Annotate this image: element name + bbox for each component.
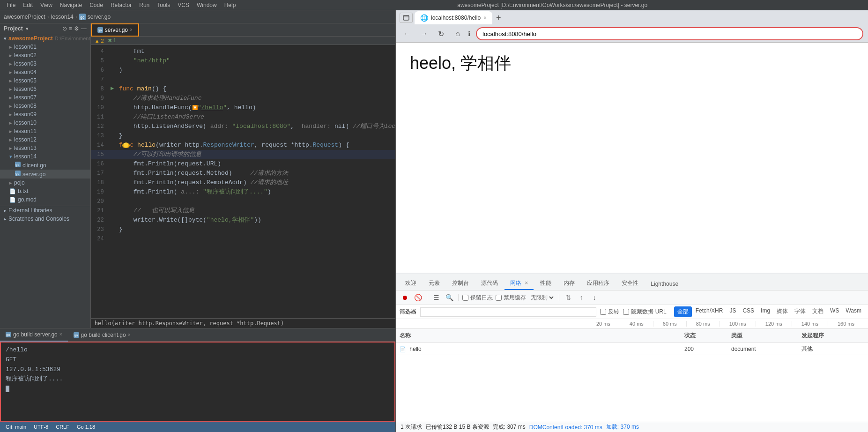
reverse-filter-checkbox[interactable] — [600, 309, 606, 315]
git-status[interactable]: Git: main — [6, 424, 26, 430]
console-tab-close-1[interactable]: × — [59, 332, 62, 337]
menu-navigate[interactable]: Navigate — [57, 2, 85, 8]
filter-font[interactable]: 字体 — [792, 306, 809, 317]
tree-item-server-go[interactable]: go server.go — [0, 170, 90, 179]
menu-window[interactable]: Window — [194, 2, 220, 8]
console-tab-client[interactable]: go go build clicent.go × — [68, 328, 136, 342]
network-tab-close[interactable]: × — [525, 280, 528, 286]
menu-edit[interactable]: Edit — [20, 2, 36, 8]
filter-media[interactable]: 媒体 — [774, 306, 791, 317]
dt-tab-elements[interactable]: 元素 — [423, 277, 445, 290]
menu-refactor[interactable]: Refactor — [108, 2, 134, 8]
dt-record-button[interactable]: ⏺ — [400, 292, 410, 303]
dt-tab-welcome[interactable]: 欢迎 — [400, 277, 422, 290]
network-row-hello[interactable]: 📄 hello 200 document 其他 — [396, 343, 868, 355]
browser-active-tab[interactable]: 🌐 localhost:8080/hello × — [415, 11, 492, 24]
tree-item-btxt[interactable]: 📄 b.txt — [0, 187, 90, 195]
refresh-button[interactable]: ↻ — [434, 27, 447, 40]
warning-count[interactable]: ▲ 2 — [95, 38, 104, 44]
filter-fetch-xhr[interactable]: Fetch/XHR — [693, 306, 726, 317]
dt-tab-network[interactable]: 网络 × — [504, 277, 534, 290]
menu-help[interactable]: Help — [222, 2, 239, 8]
tree-close-icon[interactable]: — — [81, 25, 87, 32]
tree-item-lesson12[interactable]: ▸ lesson12 — [0, 135, 90, 144]
filter-js[interactable]: JS — [727, 306, 739, 317]
dt-filter-button[interactable]: ☰ — [431, 292, 441, 303]
tree-item-lesson04[interactable]: ▸ lesson04 — [0, 68, 90, 76]
dt-tab-lighthouse[interactable]: Lighthouse — [645, 279, 684, 290]
dt-tab-security[interactable]: 安全性 — [616, 277, 644, 290]
line-ending-status[interactable]: CRLF — [56, 424, 69, 430]
tree-item-lesson09[interactable]: ▸ lesson09 — [0, 110, 90, 119]
tree-collapse-icon[interactable]: ≡ — [69, 25, 72, 32]
dt-upload-button[interactable]: ↑ — [576, 292, 586, 303]
tree-item-lesson03[interactable]: ▸ lesson03 — [0, 60, 90, 68]
browser-window-icon[interactable] — [400, 13, 413, 23]
home-button[interactable]: ⌂ — [451, 27, 464, 40]
tree-external-libraries[interactable]: ▸ External Libraries — [0, 206, 90, 215]
filter-ws[interactable]: WS — [827, 306, 842, 317]
tree-item-lesson06[interactable]: ▸ lesson06 — [0, 85, 90, 93]
filter-doc[interactable]: 文档 — [809, 306, 826, 317]
tree-item-pojo[interactable]: ▸ pojo — [0, 179, 90, 187]
tree-item-gomod[interactable]: 📄 go.mod — [0, 195, 90, 204]
dt-tab-performance[interactable]: 性能 — [534, 277, 557, 290]
filter-wasm[interactable]: Wasm — [843, 306, 864, 317]
dt-tab-memory[interactable]: 内存 — [558, 277, 580, 290]
tree-item-lesson05[interactable]: ▸ lesson05 — [0, 76, 90, 85]
dt-online-button[interactable]: ⇅ — [563, 292, 573, 303]
menu-code[interactable]: Code — [87, 2, 106, 8]
tree-root[interactable]: ▾ awesomeProject D:\Environment\G — [0, 34, 90, 43]
menu-view[interactable]: View — [37, 2, 55, 8]
dt-tab-console[interactable]: 控制台 — [446, 277, 475, 290]
encoding-status[interactable]: UTF-8 — [34, 424, 48, 430]
console-tab-close-2[interactable]: × — [128, 332, 131, 337]
tree-sync-icon[interactable]: ⊙ — [62, 25, 67, 32]
dt-clear-button[interactable]: 🚫 — [413, 292, 423, 303]
breadcrumb-project[interactable]: awesomeProject — [4, 14, 45, 20]
menu-file[interactable]: File — [4, 2, 18, 8]
tree-item-lesson01[interactable]: ▸ lesson01 — [0, 43, 90, 51]
tree-scratches-consoles[interactable]: ▸ Scratches and Consoles — [0, 215, 90, 223]
console-tab-server[interactable]: go go build server.go × — [0, 328, 68, 342]
code-editor[interactable]: 4 fmt 5 "net/http" 6 — [91, 45, 395, 318]
filter-css[interactable]: CSS — [740, 306, 757, 317]
dt-tab-application[interactable]: 应用程序 — [581, 277, 615, 290]
new-tab-button[interactable]: + — [496, 13, 501, 23]
filter-all[interactable]: 全部 — [674, 306, 692, 317]
tree-item-lesson11[interactable]: ▸ lesson11 — [0, 127, 90, 135]
editor-tab-close[interactable]: × — [130, 27, 133, 32]
dt-tab-sources[interactable]: 源代码 — [475, 277, 504, 290]
forward-button[interactable]: → — [417, 27, 430, 40]
tree-item-lesson10[interactable]: ▸ lesson10 — [0, 119, 90, 127]
dt-download-button[interactable]: ↓ — [589, 292, 600, 303]
breadcrumb-file[interactable]: go server.go — [79, 14, 111, 20]
hide-data-urls-checkbox[interactable] — [623, 309, 629, 315]
menu-tools[interactable]: Tools — [154, 2, 173, 8]
tree-item-lesson08[interactable]: ▸ lesson08 — [0, 102, 90, 110]
tree-item-clicent-go[interactable]: go clicent.go — [0, 161, 90, 170]
editor-tab-server-go[interactable]: go server.go × — [91, 23, 139, 37]
dt-preserve-log-checkbox[interactable] — [462, 295, 468, 301]
filter-img[interactable]: Img — [758, 306, 773, 317]
address-bar[interactable] — [476, 27, 863, 40]
filter-input[interactable] — [420, 307, 596, 317]
browser-tab-close[interactable]: × — [483, 15, 487, 21]
dt-disable-cache-checkbox[interactable] — [496, 295, 502, 301]
run-gutter-icon[interactable]: ▶ — [111, 84, 114, 93]
project-dropdown-icon[interactable]: ▾ — [26, 26, 29, 32]
menu-run[interactable]: Run — [136, 2, 152, 8]
tree-item-lesson14[interactable]: ▾ lesson14 — [0, 152, 90, 161]
tree-item-lesson13[interactable]: ▸ lesson13 — [0, 144, 90, 152]
error-count[interactable]: ✖ 1 — [108, 37, 116, 44]
menu-vcs[interactable]: VCS — [175, 2, 192, 8]
back-button[interactable]: ← — [401, 27, 414, 40]
tree-item-lesson02[interactable]: ▸ lesson02 — [0, 51, 90, 60]
code-line-20: 20 — [91, 197, 395, 206]
tree-settings-icon[interactable]: ⚙ — [74, 25, 79, 32]
language-status[interactable]: Go 1.18 — [77, 424, 95, 430]
breadcrumb-folder[interactable]: lesson14 — [51, 14, 74, 20]
dt-throttle-select[interactable]: 无限制 — [529, 294, 555, 301]
tree-item-lesson07[interactable]: ▸ lesson07 — [0, 93, 90, 102]
dt-search-button[interactable]: 🔍 — [444, 292, 454, 303]
